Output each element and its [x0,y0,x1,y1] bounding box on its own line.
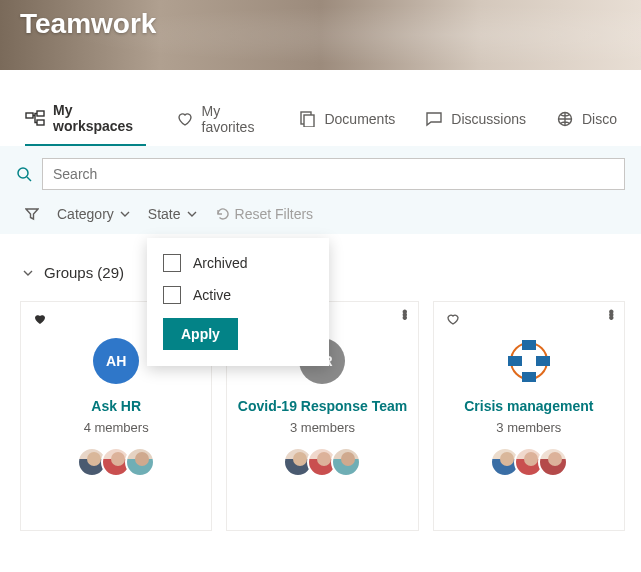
crisis-logo-icon [506,338,552,384]
chevron-down-icon [187,209,197,219]
card-subtitle: 4 members [21,420,211,435]
section-title: Groups (29) [44,264,124,281]
workspace-avatar [506,338,552,384]
workspace-card[interactable]: ••• Crisis management 3 members [433,301,625,531]
tab-discover[interactable]: Disco [556,111,617,137]
discussions-icon [425,111,443,127]
filter-state[interactable]: State [148,206,197,222]
page-title: Teamwork [20,8,156,40]
member-avatars [227,447,417,477]
globe-icon [556,111,574,127]
chevron-down-icon [120,209,130,219]
card-menu-button[interactable]: ••• [402,310,408,319]
search-bar [0,146,641,198]
hero-banner: Teamwork [0,0,641,70]
tab-label: Documents [324,111,395,127]
svg-rect-2 [37,120,44,125]
card-menu-button[interactable]: ••• [608,310,614,319]
member-avatars [434,447,624,477]
filter-reset[interactable]: Reset Filters [215,206,314,222]
checkbox-icon[interactable] [163,286,181,304]
option-label: Archived [193,255,247,271]
search-input[interactable] [42,158,625,190]
option-label: Active [193,287,231,303]
favorite-icon[interactable] [33,312,47,328]
tab-label: Disco [582,111,617,127]
state-dropdown: Archived Active Apply [147,238,329,366]
state-option-archived[interactable]: Archived [163,254,313,272]
tab-documents[interactable]: Documents [298,111,395,137]
tab-bar: My workspaces My favorites Documents Dis… [0,70,641,146]
avatar [331,447,361,477]
avatar [125,447,155,477]
svg-rect-1 [37,111,44,116]
tab-label: My favorites [202,103,269,135]
avatar-initials: AH [106,353,126,369]
tab-my-favorites[interactable]: My favorites [176,103,269,145]
avatar [538,447,568,477]
workspace-avatar: AH [93,338,139,384]
svg-rect-4 [304,115,314,127]
checkbox-icon[interactable] [163,254,181,272]
state-option-active[interactable]: Active [163,286,313,304]
filter-bar: Category State Reset Filters Archived Ac… [0,198,641,234]
card-title[interactable]: Ask HR [21,398,211,414]
member-avatars [21,447,211,477]
card-title[interactable]: Crisis management [434,398,624,414]
tab-label: Discussions [451,111,526,127]
heart-icon [176,111,194,127]
svg-rect-0 [26,113,33,118]
filter-category[interactable]: Category [57,206,130,222]
tab-discussions[interactable]: Discussions [425,111,526,137]
card-subtitle: 3 members [434,420,624,435]
filter-icon [25,207,39,221]
reset-icon [215,207,229,221]
filter-label: Category [57,206,114,222]
card-subtitle: 3 members [227,420,417,435]
svg-point-6 [18,168,28,178]
documents-icon [298,111,316,127]
workspaces-icon [25,110,45,126]
chevron-down-icon [22,267,34,279]
tab-label: My workspaces [53,102,146,134]
tab-my-workspaces[interactable]: My workspaces [25,102,146,146]
filter-label: State [148,206,181,222]
search-icon [16,166,32,182]
apply-button[interactable]: Apply [163,318,238,350]
card-title[interactable]: Covid-19 Response Team [227,398,417,414]
reset-label: Reset Filters [235,206,314,222]
favorite-icon[interactable] [446,312,460,328]
